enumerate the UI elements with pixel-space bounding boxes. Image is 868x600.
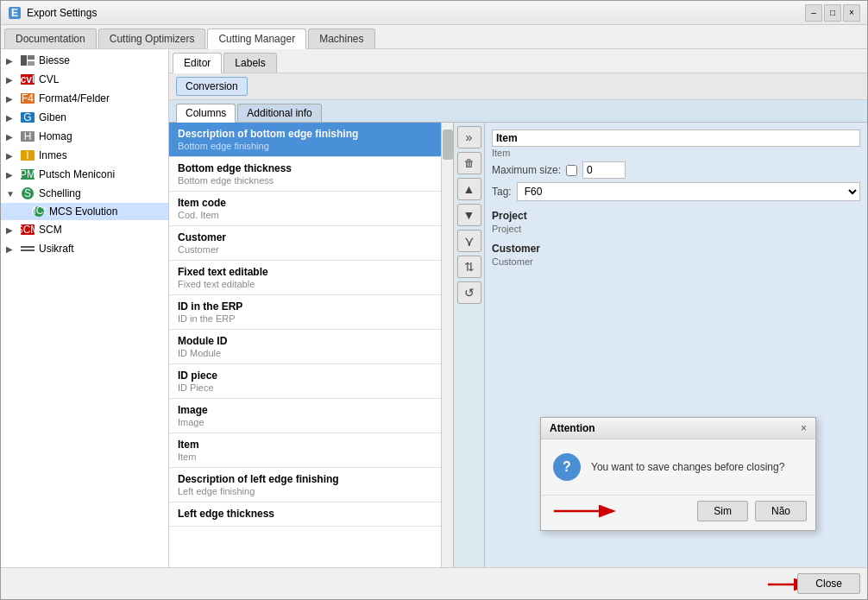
prop-field-item: Item Maximum size: Tag: F60 F61 [492, 129, 860, 201]
middle-toolbar: » 🗑 ▲ ▼ ⋎ ⇅ ↺ [454, 123, 485, 567]
max-size-checkbox[interactable] [566, 165, 577, 176]
dialog-title-bar: Attention × [541, 418, 815, 439]
tab-cutting-manager[interactable]: Cutting Manager [207, 28, 306, 49]
sidebar-label-homag: Homag [39, 130, 72, 142]
close-button[interactable]: Close [797, 573, 860, 594]
format4-icon: F4 [20, 92, 35, 105]
split-button[interactable]: ⋎ [457, 230, 481, 252]
app-icon: E [8, 6, 22, 20]
delete-button[interactable]: 🗑 [457, 152, 481, 174]
tab-documentation[interactable]: Documentation [4, 28, 97, 48]
list-item-title-9: Item [178, 439, 444, 451]
list-item-5[interactable]: ID in the ERP ID in the ERP [169, 295, 453, 330]
refresh-button[interactable]: ↺ [457, 281, 481, 304]
conversion-button[interactable]: Conversion [176, 77, 248, 96]
dialog-title: Attention [550, 422, 595, 434]
list-item-title-4: Fixed text editable [178, 266, 444, 278]
dialog-close-icon[interactable]: × [801, 422, 807, 434]
item-sublabel: Item [492, 148, 860, 158]
tab-additional-info[interactable]: Additional info [237, 104, 321, 122]
tag-select[interactable]: F60 F61 F62 [517, 182, 860, 201]
sidebar-item-putsch[interactable]: ▶ PM Putsch Meniconi [1, 165, 168, 184]
list-item-4[interactable]: Fixed text editable Fixed text editable [169, 261, 453, 295]
list-item-7[interactable]: ID piece ID Piece [169, 364, 453, 399]
maximize-button[interactable]: □ [824, 4, 841, 22]
tab-labels[interactable]: Labels [223, 53, 276, 73]
svg-text:H: H [24, 130, 32, 142]
sidebar-item-inmes[interactable]: ▶ I Inmes [1, 146, 168, 165]
sidebar-item-cvl[interactable]: ▶ cvl CVL [1, 70, 168, 89]
list-item-sub-9: Item [178, 452, 444, 462]
list-item-11[interactable]: Left edge thickness [169, 502, 453, 527]
move-up-button[interactable]: ▲ [457, 178, 481, 200]
svg-rect-4 [28, 61, 35, 66]
columns-list: Description of bottom edge finishing Bot… [169, 123, 454, 567]
tab-editor[interactable]: Editor [173, 53, 222, 73]
svg-text:F4: F4 [22, 92, 34, 104]
schelling-icon: S [20, 186, 35, 200]
max-size-input[interactable] [582, 161, 626, 179]
list-item-0[interactable]: Description of bottom edge finishing Bot… [169, 123, 453, 157]
dialog-question-icon: ? [553, 453, 581, 481]
customer-label: Customer [492, 243, 860, 255]
sidebar-label-giben: Giben [39, 111, 66, 123]
list-scrollbar-thumb[interactable] [443, 129, 453, 160]
move-down-button[interactable]: ▼ [457, 204, 481, 226]
svg-text:E: E [11, 7, 18, 19]
tab-columns[interactable]: Columns [176, 104, 236, 123]
prop-section-customer: Customer Customer [492, 243, 860, 267]
list-item-9[interactable]: Item Item [169, 433, 453, 468]
sidebar-label-putsch: Putsch Meniconi [39, 168, 115, 180]
svg-text:PM: PM [20, 168, 35, 180]
list-item-title-11: Left edge thickness [178, 508, 444, 520]
tab-machines[interactable]: Machines [308, 28, 374, 48]
list-item-6[interactable]: Module ID ID Module [169, 330, 453, 364]
list-item-3[interactable]: Customer Customer [169, 226, 453, 261]
dialog-body: ? You want to save changes before closin… [541, 439, 815, 495]
project-label: Project [492, 210, 860, 222]
list-item-sub-0: Bottom edge finishing [178, 141, 444, 151]
list-item-title-7: ID piece [178, 369, 444, 382]
list-item-sub-3: Customer [178, 244, 444, 255]
item-name-input[interactable] [492, 129, 860, 147]
list-scrollbar[interactable] [441, 123, 453, 567]
close-window-button[interactable]: × [843, 4, 860, 22]
nao-button[interactable]: Não [755, 501, 807, 521]
sidebar-item-usikraft[interactable]: ▶ Usikraft [1, 239, 168, 258]
sidebar-label-mcs: MCS Evolution [49, 205, 117, 218]
sidebar-item-mcs-evolution[interactable]: MCS MCS Evolution [1, 203, 168, 220]
sidebar-item-format4[interactable]: ▶ F4 Format4/Felder [1, 89, 168, 108]
list-item-sub-2: Cod. Item [178, 210, 444, 220]
sidebar-item-scm[interactable]: ▶ SCM SCM [1, 220, 168, 239]
tab-cutting-optimizers[interactable]: Cutting Optimizers [98, 28, 206, 48]
sim-arrow-icon [550, 501, 619, 521]
attention-dialog[interactable]: Attention × ? You want to save changes b… [540, 417, 816, 531]
editor-tab-bar: Editor Labels [169, 49, 867, 73]
sidebar-item-biesse[interactable]: ▶ Biesse [1, 51, 168, 70]
list-item-2[interactable]: Item code Cod. Item [169, 192, 453, 226]
list-item-title-1: Bottom edge thickness [178, 162, 444, 174]
list-item-sub-6: ID Module [178, 348, 444, 358]
homag-icon: H [20, 129, 35, 143]
list-item-title-2: Item code [178, 197, 444, 209]
svg-text:S: S [24, 187, 31, 199]
list-item-1[interactable]: Bottom edge thickness Bottom edge thickn… [169, 157, 453, 192]
sidebar-label-cvl: CVL [39, 73, 59, 85]
prop-section-project: Project Project [492, 210, 860, 234]
minimize-button[interactable]: – [805, 4, 822, 22]
list-item-title-6: Module ID [178, 335, 444, 347]
move-group-button[interactable]: ⇅ [457, 256, 481, 278]
cvl-icon: cvl [20, 73, 35, 86]
sidebar-item-giben[interactable]: ▶ G Giben [1, 108, 168, 127]
max-size-row: Maximum size: [492, 161, 860, 179]
putsch-icon: PM [20, 167, 35, 181]
list-item-8[interactable]: Image Image [169, 399, 453, 433]
svg-text:SCM: SCM [20, 224, 35, 236]
columns-tab-bar: Columns Additional info [169, 100, 867, 123]
sidebar-item-schelling[interactable]: ▼ S Schelling [1, 184, 168, 203]
double-right-button[interactable]: » [457, 126, 481, 148]
svg-text:cvl: cvl [21, 73, 35, 85]
sidebar-item-homag[interactable]: ▶ H Homag [1, 127, 168, 146]
sim-button[interactable]: Sim [697, 501, 748, 521]
list-item-10[interactable]: Description of left edge finishing Left … [169, 468, 453, 502]
